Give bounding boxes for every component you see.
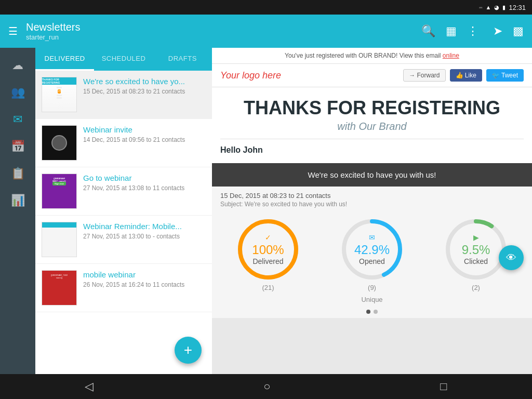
bottom-nav: ◁ ○ □ [0,374,532,399]
circle-label-delivered: Delivered [252,257,283,265]
app-title-group: Newsletters starter_run [26,21,413,41]
circle-pct-opened: 42.9% [354,243,390,257]
envelope-icon-opened: ✉ [369,233,375,242]
cursor-icon-clicked: ▶ [473,233,479,242]
app-name: Newsletters [26,21,413,33]
status-icons: ⎓ ▲ ◕ ▮ 12:31 [479,4,526,11]
list-item-meta-3: 27 Nov, 2015 at 13:08 to 11 contacts [83,184,206,192]
layout-icon[interactable]: ▦ [446,24,457,38]
circle-label-clicked: Clicked [464,257,488,265]
back-button[interactable]: ◁ [85,380,94,393]
more-icon[interactable]: ⋮ [467,24,478,38]
tabs: DELIVERED SCHEDULED DRAFTS [35,48,212,71]
dot-2[interactable] [374,310,378,314]
list-item[interactable]: Webinar Reminder: Mobile... 27 Nov, 2015… [35,216,212,264]
stats-unique: Unique [212,296,532,308]
preview-scroll[interactable]: You've just registered with OUR BRAND! V… [212,48,532,374]
forward-button[interactable]: → Forward [403,69,445,82]
stats-header-text: 15 Dec, 2015 at 08:23 to 21 contacts [220,192,524,200]
sidebar-item-newsletters[interactable]: ✉ [6,108,29,131]
list-item-meta-2: 14 Dec, 2015 at 09:56 to 21 contacts [83,136,206,143]
home-button[interactable]: ○ [263,380,270,393]
list-item-thumb-2 [42,125,77,161]
bluetooth-icon: ⎓ [479,4,483,10]
email-body: THANKS FOR REGISTERING with Our Brand He… [212,87,532,163]
recent-button[interactable]: □ [440,380,447,393]
stat-circle-opened: ✉ 42.9% Opened (9) [341,218,403,291]
battery-icon: ▮ [502,4,506,11]
sidebar-item-contacts[interactable]: 👥 [6,81,29,104]
send-icon[interactable]: ➤ [493,24,502,38]
email-hello: Hello John [220,145,524,155]
circle-container-clicked: ▶ 9.5% Clicked [445,218,507,281]
check-icon-delivered: ✓ [265,233,271,242]
newsletter-list: DELIVERED SCHEDULED DRAFTS THANKS FOR RE… [35,48,212,374]
thumb-image-3: {{WEBINARB20?_name}}Sign now [42,174,76,208]
list-item-thumb-5: {{WEBINAR_?402name}} [42,270,77,305]
eye-button[interactable]: 👁 [499,245,524,270]
menu-icon[interactable]: ☰ [8,25,18,37]
status-bar: ⎓ ▲ ◕ ▮ 12:31 [0,0,532,15]
circle-count-delivered: (21) [262,284,274,291]
sidebar-item-lists[interactable]: 📋 [6,162,29,185]
like-button[interactable]: 👍 Like [450,69,482,82]
thumb-image-4 [42,222,76,257]
thumb-image-1: THANKS FOR REGISTERING 15% [42,77,76,112]
fab-add-button[interactable]: + [175,337,202,364]
list-item[interactable]: {{WEBINARB20?_name}}Sign now Go to webin… [35,167,212,216]
circle-container-opened: ✉ 42.9% Opened [341,218,403,281]
search-icon[interactable]: 🔍 [421,24,435,38]
tab-delivered[interactable]: DELIVERED [35,48,94,71]
list-item-meta-1: 15 Dec, 2015 at 08:23 to 21 contacts [83,88,206,95]
signal-icon: ▲ [486,4,491,10]
list-item-thumb-1: THANKS FOR REGISTERING 15% [42,77,77,112]
circle-inner-opened: ✉ 42.9% Opened [341,218,403,281]
list-item-meta-5: 26 Nov, 2015 at 16:24 to 11 contacts [83,281,206,288]
list-item-title-1: We're so excited to have yo... [83,77,197,86]
wifi-icon: ◕ [494,4,499,11]
tweet-button[interactable]: 🐦 Tweet [486,69,524,82]
sidebar-item-reports[interactable]: 📊 [6,189,29,212]
list-item-title-5: mobile webinar [83,270,197,279]
email-preview-top: You've just registered with OUR BRAND! V… [212,48,532,64]
list-item-info-1: We're so excited to have yo... 15 Dec, 2… [83,77,206,95]
newsletter-list-scroll[interactable]: THANKS FOR REGISTERING 15% We're so exci… [35,71,212,374]
top-bar: ☰ Newsletters starter_run 🔍 ▦ ⋮ ➤ ▩ [0,15,532,48]
sidebar: ☁ 👥 ✉ 📅 📋 📊 [0,48,35,374]
tab-drafts[interactable]: DRAFTS [153,48,212,71]
list-item-info-2: Webinar invite 14 Dec, 2015 at 09:56 to … [83,125,206,143]
top-bar-actions: 🔍 ▦ ⋮ [421,24,478,38]
list-item-info-3: Go to webinar 27 Nov, 2015 at 13:08 to 1… [83,174,206,192]
tab-scheduled[interactable]: SCHEDULED [94,48,153,71]
list-item[interactable]: {{WEBINAR_?402name}} mobile webinar 26 N… [35,264,212,312]
stat-circle-delivered: ✓ 100% Delivered (21) [237,218,299,291]
sidebar-item-calendar[interactable]: 📅 [6,135,29,158]
list-item[interactable]: THANKS FOR REGISTERING 15% We're so exci… [35,71,212,119]
list-item-title-4: Webinar Reminder: Mobile... [83,222,197,231]
email-top-text: You've just registered with OUR BRAND! V… [285,52,441,59]
circle-pct-clicked: 9.5% [462,243,490,257]
top-bar-right: ➤ ▩ [493,24,524,38]
email-action-buttons: → Forward 👍 Like 🐦 Tweet [403,69,524,82]
toast-text: We're so excited to have you with us! [308,170,436,179]
stats-subject: Subject: We're so excited to have you wi… [220,201,524,208]
list-item[interactable]: Webinar invite 14 Dec, 2015 at 09:56 to … [35,119,212,167]
circle-count-clicked: (2) [472,284,480,291]
chart-icon[interactable]: ▩ [513,24,524,38]
dot-1[interactable] [366,310,370,314]
email-toast: We're so excited to have you with us! [212,163,532,187]
status-time: 12:31 [509,4,526,11]
circle-inner-delivered: ✓ 100% Delivered [237,218,299,281]
main-content: ☁ 👥 ✉ 📅 📋 📊 DELIVERED SCHEDULED DRAFTS [0,48,532,374]
list-item-thumb-3: {{WEBINARB20?_name}}Sign now [42,174,77,209]
sidebar-item-cloud[interactable]: ☁ [6,54,29,77]
circle-label-opened: Opened [359,257,385,265]
app-container: ☰ Newsletters starter_run 🔍 ▦ ⋮ ➤ ▩ ☁ 👥 … [0,15,532,399]
circle-container-delivered: ✓ 100% Delivered [237,218,299,281]
email-logo-bar: Your logo here → Forward 👍 Like 🐦 Tweet [212,64,532,87]
email-top-link[interactable]: online [443,52,459,59]
list-item-thumb-4 [42,222,77,257]
list-item-title-2: Webinar invite [83,125,197,134]
thumb-image-2 [42,126,76,160]
email-logo: Your logo here [220,70,281,81]
